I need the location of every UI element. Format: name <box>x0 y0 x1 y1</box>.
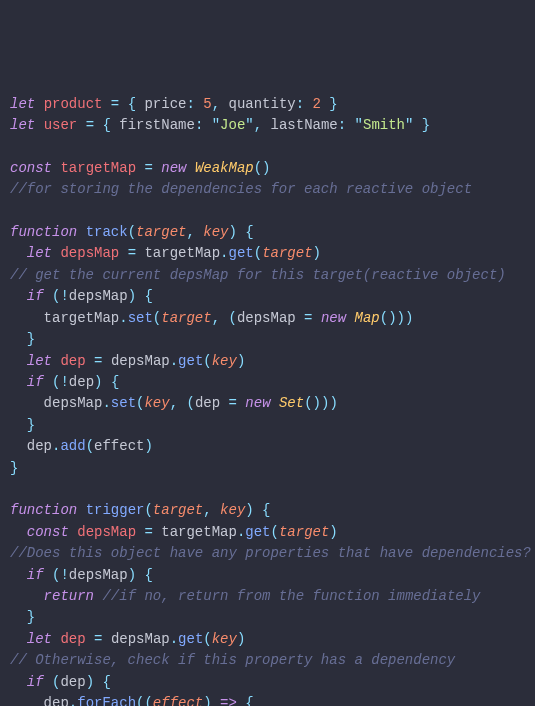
code-line: function trigger(target, key) { <box>10 502 271 518</box>
code-line: // get the current depsMap for this targ… <box>10 267 506 283</box>
code-line: } <box>10 417 35 433</box>
code-line: let user = { firstName: "Joe", lastName:… <box>10 117 430 133</box>
code-line: } <box>10 609 35 625</box>
code-line: //Does this object have any properties t… <box>10 545 531 561</box>
code-line: if (!depsMap) { <box>10 288 153 304</box>
code-line: // Otherwise, check if this property has… <box>10 652 455 668</box>
code-line: if (!dep) { <box>10 374 119 390</box>
code-line: } <box>10 331 35 347</box>
code-line: if (dep) { <box>10 674 111 690</box>
code-line: function track(target, key) { <box>10 224 254 240</box>
code-line: dep.add(effect) <box>10 438 153 454</box>
code-line: if (!depsMap) { <box>10 567 153 583</box>
code-line: let dep = depsMap.get(key) <box>10 631 245 647</box>
code-line: dep.forEach((effect) => { <box>10 695 254 706</box>
code-line: depsMap.set(key, (dep = new Set())) <box>10 395 338 411</box>
code-line: let dep = depsMap.get(key) <box>10 353 245 369</box>
code-line: let product = { price: 5, quantity: 2 } <box>10 96 338 112</box>
code-line: const targetMap = new WeakMap() <box>10 160 271 176</box>
code-line: targetMap.set(target, (depsMap = new Map… <box>10 310 413 326</box>
code-block: let product = { price: 5, quantity: 2 } … <box>10 94 525 706</box>
code-line: const depsMap = targetMap.get(target) <box>10 524 338 540</box>
code-line: //for storing the dependencies for each … <box>10 181 472 197</box>
code-line: return //if no, return from the function… <box>10 588 481 604</box>
code-line: let depsMap = targetMap.get(target) <box>10 245 321 261</box>
code-line: } <box>10 460 18 476</box>
